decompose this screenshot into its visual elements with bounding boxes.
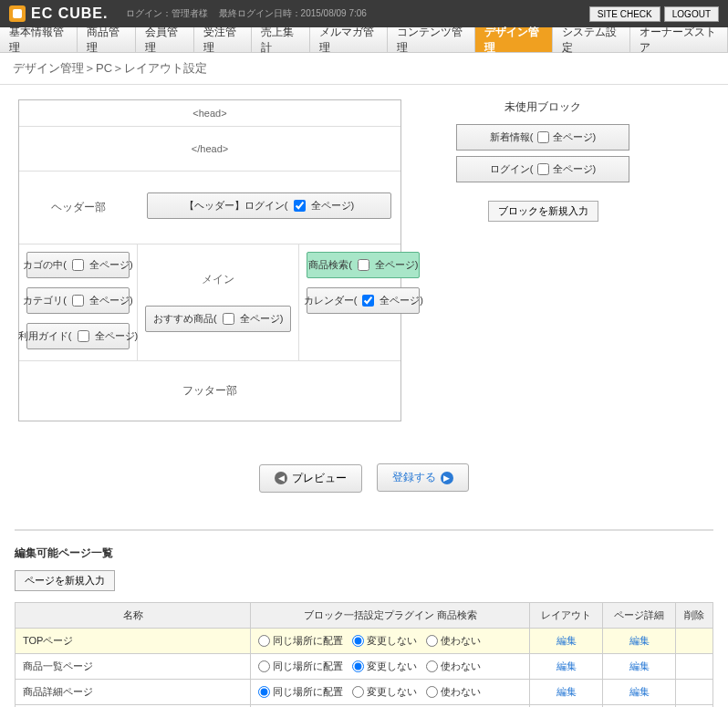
logout-button[interactable]: LOGOUT bbox=[664, 6, 719, 22]
layout-block[interactable]: カレンダー(全ページ) bbox=[307, 287, 420, 314]
layout-block[interactable]: 新着情報(全ページ) bbox=[456, 124, 629, 151]
tab-2[interactable]: 会員管理 bbox=[136, 27, 194, 52]
tab-0[interactable]: 基本情報管理 bbox=[0, 27, 78, 52]
top-bar: EC CUBE. ログイン：管理者様 最終ログイン日時：2015/08/09 7… bbox=[0, 0, 728, 27]
layout-edit-link[interactable]: 編集 bbox=[537, 685, 595, 699]
layout-block[interactable]: おすすめ商品(全ページ) bbox=[145, 306, 291, 332]
all-pages-checkbox[interactable] bbox=[294, 200, 306, 212]
register-button[interactable]: 登録する ▶ bbox=[377, 463, 469, 492]
radio-option[interactable]: 使わない bbox=[426, 634, 481, 648]
unused-title: 未使用ブロック bbox=[456, 99, 629, 115]
delete-cell bbox=[675, 628, 712, 653]
radio-option[interactable]: 同じ場所に配置 bbox=[258, 685, 343, 699]
tab-6[interactable]: コンテンツ管理 bbox=[388, 27, 475, 52]
table-row: 商品一覧ページ同じ場所に配置変更しない使わない編集編集 bbox=[16, 653, 713, 679]
all-pages-checkbox[interactable] bbox=[537, 163, 549, 175]
radio-option[interactable]: 変更しない bbox=[352, 685, 417, 699]
radio-cell: 同じ場所に配置変更しない使わない bbox=[251, 653, 530, 679]
page-detail-link[interactable]: 編集 bbox=[610, 634, 668, 648]
all-pages-checkbox[interactable] bbox=[78, 330, 89, 342]
tab-1[interactable]: 商品管理 bbox=[78, 27, 136, 52]
radio-option[interactable]: 使わない bbox=[426, 685, 481, 699]
all-pages-checkbox[interactable] bbox=[358, 259, 369, 271]
layout-block[interactable]: ログイン(全ページ) bbox=[456, 156, 629, 182]
left-column[interactable]: カゴの中(全ページ)カテゴリ(全ページ)利用ガイド(全ページ) bbox=[19, 244, 138, 360]
site-check-button[interactable]: SITE CHECK bbox=[589, 6, 660, 22]
table-row: TOPページ同じ場所に配置変更しない使わない編集編集 bbox=[16, 628, 713, 653]
column-header: ブロック一括設定プラグイン 商品検索 bbox=[251, 602, 530, 628]
tab-8[interactable]: システム設定 bbox=[553, 27, 630, 52]
layout-block[interactable]: 利用ガイド(全ページ) bbox=[26, 323, 130, 349]
column-header: 削除 bbox=[675, 602, 712, 628]
page-name: TOPページ bbox=[16, 628, 251, 653]
footer-section[interactable]: フッター部 bbox=[19, 361, 400, 421]
main-nav: 基本情報管理商品管理会員管理受注管理売上集計メルマガ管理コンテンツ管理デザイン管… bbox=[0, 27, 728, 53]
header-drop-zone[interactable]: 【ヘッダー】ログイン(全ページ) bbox=[138, 183, 400, 232]
breadcrumb: デザイン管理＞PC＞レイアウト設定 bbox=[0, 53, 728, 85]
radio-option[interactable]: 同じ場所に配置 bbox=[258, 634, 343, 648]
main-column[interactable]: メイン おすすめ商品(全ページ) bbox=[138, 244, 299, 360]
page-name: 商品詳細ページ bbox=[16, 679, 251, 704]
tab-4[interactable]: 売上集計 bbox=[252, 27, 310, 52]
pages-table: 名称ブロック一括設定プラグイン 商品検索レイアウトページ詳細削除 TOPページ同… bbox=[15, 602, 713, 708]
all-pages-checkbox[interactable] bbox=[223, 313, 234, 325]
tab-9[interactable]: オーナーズストア bbox=[630, 27, 728, 52]
radio-cell: 同じ場所に配置変更しない使わない bbox=[251, 679, 530, 704]
all-pages-checkbox[interactable] bbox=[72, 295, 84, 307]
new-block-button[interactable]: ブロックを新規入力 bbox=[488, 201, 598, 222]
register-icon: ▶ bbox=[441, 472, 453, 484]
page-detail-link[interactable]: 編集 bbox=[610, 660, 668, 673]
layout-edit-link[interactable]: 編集 bbox=[537, 634, 595, 648]
page-name: 商品一覧ページ bbox=[16, 653, 251, 679]
page-detail-link[interactable]: 編集 bbox=[610, 685, 668, 699]
radio-option[interactable]: 変更しない bbox=[352, 634, 417, 648]
layout-edit-link[interactable]: 編集 bbox=[537, 660, 595, 673]
layout-block[interactable]: 商品検索(全ページ) bbox=[307, 252, 420, 278]
main-label: メイン bbox=[145, 272, 291, 287]
preview-icon: ◀ bbox=[275, 472, 287, 484]
radio-option[interactable]: 変更しない bbox=[352, 660, 417, 673]
head-open: <head> bbox=[19, 100, 400, 127]
tab-7[interactable]: デザイン管理 bbox=[475, 27, 553, 52]
logo-text: EC CUBE. bbox=[31, 5, 108, 22]
column-header: レイアウト bbox=[530, 602, 603, 628]
column-header: 名称 bbox=[16, 602, 251, 628]
preview-button[interactable]: ◀ プレビュー bbox=[259, 464, 362, 493]
unused-blocks-panel: 未使用ブロック 新着情報(全ページ)ログイン(全ページ) ブロックを新規入力 bbox=[456, 99, 629, 222]
table-row: 商品詳細ページ同じ場所に配置変更しない使わない編集編集 bbox=[16, 679, 713, 704]
pages-title: 編集可能ページ一覧 bbox=[15, 546, 713, 561]
layout-block[interactable]: カゴの中(全ページ) bbox=[26, 252, 130, 278]
right-column[interactable]: 商品検索(全ページ)カレンダー(全ページ) bbox=[299, 244, 427, 360]
delete-cell bbox=[675, 679, 712, 704]
layout-editor: <head> </head> ヘッダー部 【ヘッダー】ログイン(全ページ) カゴ… bbox=[18, 99, 401, 421]
all-pages-checkbox[interactable] bbox=[362, 295, 374, 307]
new-page-button[interactable]: ページを新規入力 bbox=[15, 570, 115, 591]
radio-option[interactable]: 使わない bbox=[426, 660, 481, 673]
logo: EC CUBE. bbox=[9, 5, 108, 22]
radio-cell: 同じ場所に配置変更しない使わない bbox=[251, 628, 530, 653]
head-close: </head> bbox=[19, 127, 400, 172]
tab-3[interactable]: 受注管理 bbox=[194, 27, 253, 52]
all-pages-checkbox[interactable] bbox=[537, 131, 549, 143]
tab-5[interactable]: メルマガ管理 bbox=[310, 27, 388, 52]
login-info: ログイン：管理者様 最終ログイン日時：2015/08/09 7:06 bbox=[126, 7, 366, 20]
layout-block[interactable]: 【ヘッダー】ログイン(全ページ) bbox=[147, 192, 391, 219]
column-header: ページ詳細 bbox=[603, 602, 676, 628]
layout-block[interactable]: カテゴリ(全ページ) bbox=[26, 287, 130, 314]
header-section-label: ヘッダー部 bbox=[19, 200, 138, 215]
radio-option[interactable]: 同じ場所に配置 bbox=[258, 660, 343, 673]
delete-cell bbox=[675, 653, 712, 679]
all-pages-checkbox[interactable] bbox=[72, 259, 84, 271]
logo-icon bbox=[9, 5, 26, 22]
